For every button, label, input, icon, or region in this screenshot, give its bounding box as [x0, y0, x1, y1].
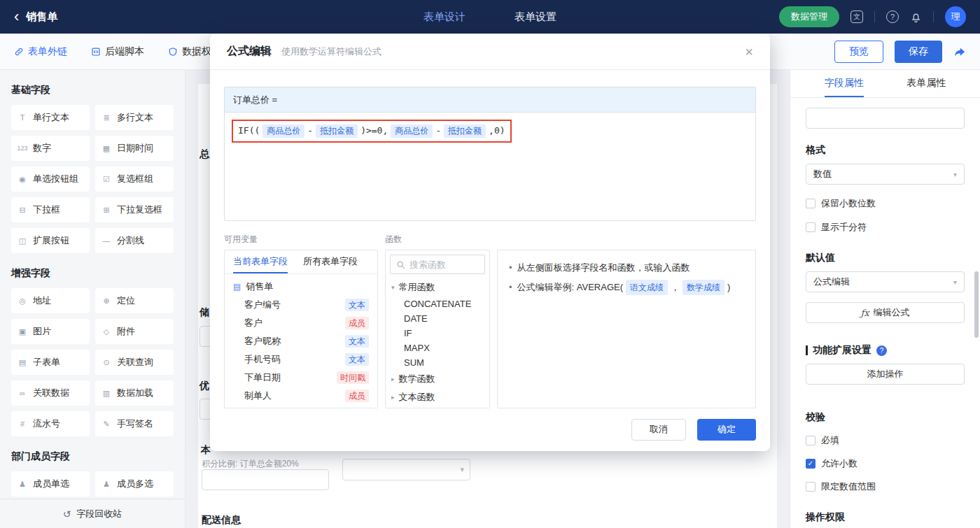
people-icon: ♟ [101, 480, 112, 489]
formula-field-chip[interactable]: 商品总价 [391, 124, 433, 138]
tab-current-form-fields[interactable]: 当前表单字段 [233, 250, 288, 273]
validation-label: 校验 [806, 411, 965, 424]
field-library-sidebar: 基础字段 T单行文本 ≣多行文本 123数字 ▦日期时间 ◉单选按钮组 ☑复选框… [0, 70, 186, 528]
field-button-data-load[interactable]: ▥数据加载 [95, 380, 174, 406]
help-question-icon[interactable]: ? [876, 345, 887, 356]
avatar[interactable]: 理 [945, 6, 966, 27]
required-checkbox[interactable]: 必填 [806, 434, 965, 447]
variable-item[interactable]: 客户成员 [225, 314, 377, 332]
allow-decimal-checkbox[interactable]: ✓ 允许小数 [806, 457, 965, 470]
form-node[interactable]: ▤ 销售单 [225, 274, 377, 296]
formula-help-panel: • 从左侧面板选择字段名和函数，或输入函数 • 公式编辑举例: AVERAGE(… [497, 250, 756, 408]
chevron-down-icon: ▾ [391, 284, 395, 291]
delivery-section-title: 配送信息 [202, 514, 241, 527]
search-input[interactable] [410, 259, 472, 270]
field-recycle-bin[interactable]: ↺ 字段回收站 [0, 499, 185, 528]
field-button-single-line-text[interactable]: T单行文本 [11, 105, 90, 130]
save-button[interactable]: 保存 [895, 41, 942, 63]
variable-item[interactable]: 制单人成员 [225, 387, 377, 405]
formula-editor[interactable]: IF((商品总价-抵扣金额)>=0,商品总价-抵扣金额,0) [225, 113, 755, 220]
edit-formula-button[interactable]: ƒx 编辑公式 [806, 302, 965, 323]
default-value-select[interactable]: 公式编辑 ▾ [806, 271, 965, 292]
field-button-linked-query[interactable]: ⊙关联查询 [95, 350, 174, 375]
field-button-address[interactable]: ◎地址 [11, 288, 90, 313]
variable-item[interactable]: 客户编号文本 [225, 296, 377, 314]
field-button-select[interactable]: ⊟下拉框 [11, 197, 90, 222]
function-group-common[interactable]: ▾ 常用函数 [386, 278, 489, 297]
field-button-extend-button[interactable]: ◫扩展按钮 [11, 228, 90, 253]
field-button-number[interactable]: 123数字 [11, 136, 90, 161]
function-item[interactable]: DATE [386, 311, 489, 326]
multi-line-text-icon: ≣ [101, 113, 112, 122]
field-button-image[interactable]: ▣图片 [11, 319, 90, 344]
points-input[interactable] [202, 469, 329, 490]
translate-icon[interactable]: 文 [850, 10, 863, 23]
tab-form-properties[interactable]: 表单属性 [906, 70, 946, 97]
function-item[interactable]: CONCATENATE [386, 297, 489, 311]
field-button-radio-group[interactable]: ◉单选按钮组 [11, 166, 90, 192]
data-permission-button[interactable]: 数据权 [168, 45, 211, 58]
field-button-datetime[interactable]: ▦日期时间 [95, 136, 174, 161]
checkbox-unchecked[interactable] [806, 222, 816, 232]
tab-form-settings[interactable]: 表单设置 [514, 10, 556, 24]
operation-permission-label: 操作权限 [806, 511, 965, 524]
chevron-down-icon: ▾ [953, 278, 957, 286]
thousand-separator-checkbox[interactable]: 显示千分符 [806, 221, 965, 234]
variable-item[interactable]: 下单日期时间戳 [225, 369, 377, 387]
help-icon[interactable]: ? [886, 10, 899, 23]
limit-range-checkbox[interactable]: 限定数值范围 [806, 480, 965, 493]
form-title: 销售单 [26, 10, 57, 24]
tab-all-form-fields[interactable]: 所有表单字段 [303, 250, 358, 273]
formula-field-chip[interactable]: 商品总价 [262, 124, 304, 138]
field-button-member-single[interactable]: ♟成员单选 [11, 471, 90, 497]
add-action-button[interactable]: 添加操作 [806, 364, 965, 385]
formula-field-chip[interactable]: 抵扣金额 [316, 124, 358, 138]
field-button-location[interactable]: ⊕定位 [95, 288, 174, 313]
field-button-multi-select[interactable]: ⊞下拉复选框 [95, 197, 174, 222]
scrollbar-thumb[interactable] [974, 271, 979, 338]
bell-icon[interactable] [910, 11, 922, 23]
field-button-signature[interactable]: ✎手写签名 [95, 411, 174, 436]
field-button-member-multi[interactable]: ♟成员多选 [95, 471, 174, 497]
tab-field-properties[interactable]: 字段属性 [825, 70, 864, 97]
tab-form-design[interactable]: 表单设计 [424, 10, 465, 24]
function-group-math[interactable]: ▸ 数学函数 [386, 370, 489, 388]
function-item[interactable]: IF [386, 326, 489, 341]
function-search[interactable] [390, 255, 485, 274]
type-tag: 文本 [345, 335, 369, 348]
field-dropdown[interactable]: ▾ [342, 459, 470, 480]
number-icon: 123 [17, 145, 28, 152]
variable-item[interactable]: 手机号码文本 [225, 350, 377, 369]
divider [874, 11, 875, 22]
preview-button[interactable]: 预览 [834, 41, 883, 63]
close-icon[interactable]: × [745, 45, 753, 59]
share-icon[interactable] [953, 45, 966, 58]
field-button-subform[interactable]: ▤子表单 [11, 350, 90, 375]
data-manage-button[interactable]: 数据管理 [779, 6, 839, 27]
script-icon [91, 47, 101, 57]
variable-item[interactable]: 客户昵称文本 [225, 332, 377, 350]
checkbox-unchecked[interactable] [806, 436, 816, 445]
checkbox-unchecked[interactable] [806, 482, 816, 492]
function-group-text[interactable]: ▸ 文本函数 [386, 388, 489, 406]
field-button-checkbox-group[interactable]: ☑复选框组 [95, 166, 174, 192]
field-button-serial-number[interactable]: #流水号 [11, 411, 90, 436]
keep-decimal-checkbox[interactable]: 保留小数位数 [806, 197, 965, 210]
format-select[interactable]: 数值 ▾ [806, 164, 965, 185]
form-external-link-button[interactable]: 表单外链 [14, 45, 67, 58]
field-button-linked-data[interactable]: ∞关联数据 [11, 380, 90, 406]
field-button-multi-line-text[interactable]: ≣多行文本 [95, 105, 174, 130]
function-item[interactable]: MAPX [386, 341, 489, 355]
field-button-divider[interactable]: —分割线 [95, 228, 174, 253]
formula-field-chip[interactable]: 抵扣金额 [444, 124, 486, 138]
field-title-input[interactable] [806, 108, 965, 129]
function-item[interactable]: SUM [386, 355, 489, 370]
search-icon [396, 260, 405, 269]
checkbox-checked[interactable]: ✓ [806, 459, 816, 469]
cancel-button[interactable]: 取消 [631, 419, 686, 441]
back-icon[interactable]: ‹ [14, 9, 19, 24]
confirm-button[interactable]: 确定 [697, 419, 756, 441]
field-button-attachment[interactable]: ◇附件 [95, 319, 174, 344]
backend-script-button[interactable]: 后端脚本 [91, 45, 144, 58]
checkbox-unchecked[interactable] [806, 199, 816, 208]
